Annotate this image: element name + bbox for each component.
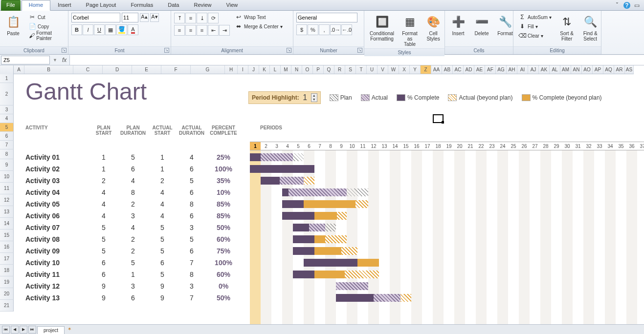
col-header-Z[interactable]: Z (421, 65, 431, 74)
copy-button[interactable]: 📄Copy (26, 22, 65, 31)
row-header-2[interactable]: 2 (0, 83, 14, 105)
formula-input[interactable] (69, 55, 644, 65)
paste-button[interactable]: 📋Paste (3, 13, 23, 38)
row-header-17[interactable]: 17 (0, 253, 14, 265)
sheet-nav-first[interactable]: ⏮ (2, 326, 10, 334)
col-header-AM[interactable]: AM (560, 65, 571, 74)
sheet-nav-prev[interactable]: ◀ (11, 326, 19, 334)
col-header-AE[interactable]: AE (474, 65, 485, 74)
format-painter-button[interactable]: 🖌Format Painter (26, 31, 65, 40)
col-header-M[interactable]: M (281, 65, 291, 74)
align-left-button[interactable]: ≡ (174, 25, 185, 36)
font-color-button[interactable]: A (128, 24, 138, 35)
sheet-nav-last[interactable]: ⏭ (28, 326, 36, 334)
underline-button[interactable]: U (94, 24, 105, 35)
col-header-V[interactable]: V (378, 65, 388, 74)
col-header-AA[interactable]: AA (431, 65, 442, 74)
italic-button[interactable]: I (83, 24, 93, 35)
col-header-AS[interactable]: AS (625, 65, 634, 74)
row-header-4[interactable]: 4 (0, 114, 14, 123)
row-header-14[interactable]: 14 (0, 218, 14, 230)
number-dialog-launcher[interactable]: ↘ (357, 48, 362, 53)
spin-up-icon[interactable]: ▲ (311, 94, 317, 98)
font-name-combo[interactable] (71, 13, 120, 22)
fill-button[interactable]: ⬇Fill ▾ (516, 22, 554, 31)
col-header-P[interactable]: P (313, 65, 324, 74)
wrap-text-button[interactable]: ↩Wrap Text (233, 13, 285, 21)
col-header-B[interactable]: B (24, 65, 73, 74)
row-header-6[interactable]: 6 (0, 132, 14, 141)
name-box-dropdown[interactable]: ▼ (51, 58, 59, 63)
font-dialog-launcher[interactable]: ↘ (164, 48, 169, 53)
col-header-AL[interactable]: AL (550, 65, 560, 74)
sheet-tab-project[interactable]: project (37, 326, 65, 334)
col-header-O[interactable]: O (302, 65, 313, 74)
row-header-8[interactable]: 8 (0, 149, 14, 159)
row-header-19[interactable]: 19 (0, 276, 14, 288)
col-header-AP[interactable]: AP (593, 65, 603, 74)
worksheet-area[interactable]: ABCDEFGHIJKLMNOPQRSTUVWXYZAAABACADAEAFAG… (0, 65, 644, 324)
col-header-X[interactable]: X (399, 65, 410, 74)
alignment-dialog-launcher[interactable]: ↘ (287, 48, 291, 53)
border-button[interactable]: ▦ (105, 24, 116, 35)
col-header-K[interactable]: K (259, 65, 270, 74)
increase-decimal-button[interactable]: .0→ (330, 24, 341, 35)
col-header-H[interactable]: H (225, 65, 238, 74)
col-header-C[interactable]: C (73, 65, 103, 74)
decrease-indent-button[interactable]: ⇤ (208, 25, 219, 36)
name-box[interactable] (1, 56, 50, 64)
row-header-7[interactable]: 7 (0, 141, 14, 149)
row-header-5[interactable]: 5 (0, 123, 14, 132)
row-header-12[interactable]: 12 (0, 194, 14, 206)
col-header-W[interactable]: W (388, 65, 399, 74)
row-header-16[interactable]: 16 (0, 241, 14, 253)
new-sheet-button[interactable]: ✶ (67, 326, 75, 333)
col-header-AO[interactable]: AO (582, 65, 593, 74)
tab-review[interactable]: Review (186, 0, 219, 11)
clipboard-dialog-launcher[interactable]: ↘ (62, 48, 67, 53)
cell-styles-button[interactable]: 🎨Cell Styles (423, 13, 444, 43)
comma-format-button[interactable]: , (319, 24, 330, 35)
row-header-21[interactable]: 21 (0, 300, 14, 312)
align-middle-button[interactable]: ≡ (185, 13, 196, 23)
conditional-formatting-button[interactable]: 🔲Conditional Formatting (367, 13, 397, 43)
col-header-A[interactable]: A (14, 65, 24, 74)
col-header-AJ[interactable]: AJ (528, 65, 539, 74)
orientation-button[interactable]: ⟳ (208, 13, 219, 23)
col-header-G[interactable]: G (191, 65, 225, 74)
tab-data[interactable]: Data (160, 0, 186, 11)
col-header-Q[interactable]: Q (324, 65, 334, 74)
window-restore-icon[interactable]: ▭ (633, 2, 640, 9)
shrink-font-button[interactable]: A▾ (150, 13, 159, 22)
tab-formulas[interactable]: Formulas (123, 0, 160, 11)
col-header-AI[interactable]: AI (517, 65, 528, 74)
col-header-J[interactable]: J (248, 65, 259, 74)
col-header-N[interactable]: N (291, 65, 302, 74)
col-header-R[interactable]: R (334, 65, 345, 74)
col-header-AF[interactable]: AF (485, 65, 496, 74)
col-header-E[interactable]: E (132, 65, 161, 74)
spin-down-icon[interactable]: ▼ (311, 98, 317, 102)
align-top-button[interactable]: ⤒ (174, 13, 185, 23)
align-bottom-button[interactable]: ⤓ (197, 13, 207, 23)
row-header-3[interactable]: 3 (0, 105, 14, 114)
tab-file[interactable]: File (1, 0, 21, 11)
format-cells-button[interactable]: 🔧Format (495, 13, 515, 38)
bold-button[interactable]: B (71, 24, 82, 35)
row-header-1[interactable]: 1 (0, 74, 14, 83)
period-highlight-spinner[interactable]: ▲▼ (311, 93, 317, 102)
col-header-L[interactable]: L (270, 65, 281, 74)
tab-view[interactable]: View (219, 0, 245, 11)
col-header-AB[interactable]: AB (442, 65, 453, 74)
increase-indent-button[interactable]: ⇥ (219, 25, 230, 36)
col-header-T[interactable]: T (356, 65, 367, 74)
sort-filter-button[interactable]: ⇅Sort & Filter (556, 13, 577, 43)
cut-button[interactable]: ✂Cut (26, 13, 65, 21)
col-header-AH[interactable]: AH (507, 65, 517, 74)
align-right-button[interactable]: ≡ (197, 25, 207, 36)
col-header-AQ[interactable]: AQ (603, 65, 614, 74)
font-size-combo[interactable] (122, 13, 138, 22)
col-header-S[interactable]: S (345, 65, 356, 74)
col-header-U[interactable]: U (367, 65, 378, 74)
row-header-13[interactable]: 13 (0, 206, 14, 218)
